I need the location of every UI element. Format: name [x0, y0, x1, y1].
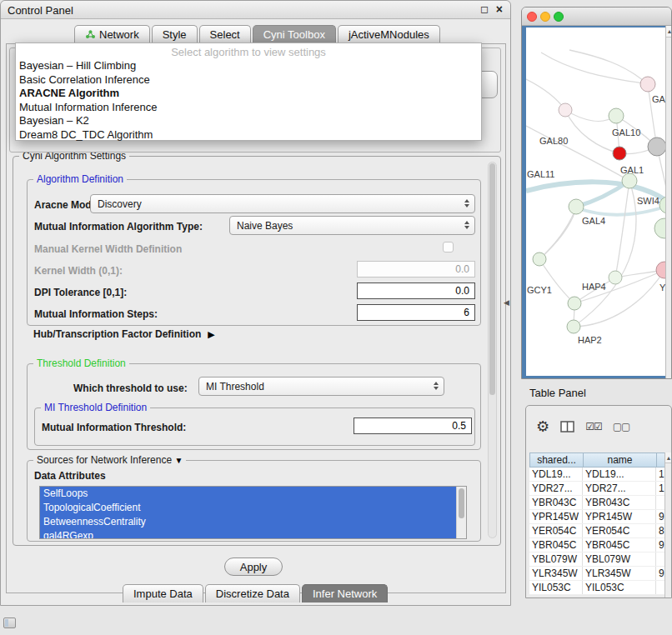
network-node[interactable] [568, 297, 581, 310]
network-node[interactable] [609, 108, 624, 123]
dropdown-placeholder: Select algorithm to view settings [16, 46, 481, 59]
network-node[interactable] [640, 77, 655, 92]
window-title: Control Panel [8, 4, 73, 17]
algorithm-option[interactable]: Mutual Information Inference [16, 101, 481, 115]
table-row[interactable]: YBL079WYBL079W [529, 552, 672, 567]
network-node[interactable] [569, 199, 584, 214]
algorithm-option[interactable]: Basic Correlation Inference [16, 73, 481, 88]
scroll-up-icon[interactable]: ▲ [666, 26, 672, 38]
table-row[interactable]: YDL19...YDL19...13 [529, 468, 672, 482]
mi-threshold-input[interactable] [354, 418, 472, 434]
deselect-all-columns-icon[interactable]: ▢▢ [613, 421, 630, 432]
which-threshold-select[interactable]: MI Threshold [198, 377, 444, 396]
network-node[interactable] [609, 271, 622, 284]
table-header-cell[interactable]: shared... [530, 453, 584, 467]
aracne-mode-value: Discovery [98, 198, 142, 210]
kernel-width-input [357, 261, 475, 278]
table-row[interactable]: YLR345WYLR345W9. [529, 567, 672, 581]
algorithm-option-selected[interactable]: ARACNE Algorithm [16, 87, 481, 101]
table-header-cell[interactable]: name [584, 453, 657, 467]
control-panel-tabs: Network Style Select Cyni Toolbox jActiv… [74, 25, 442, 43]
tab-jactivemnodules[interactable]: jActiveMNodules [338, 25, 440, 43]
list-scrollbar[interactable] [456, 487, 466, 538]
control-panel-titlebar[interactable]: Control Panel ◻ × [1, 1, 510, 19]
network-window-titlebar[interactable] [522, 8, 671, 26]
network-node[interactable] [622, 173, 637, 188]
sources-title[interactable]: Sources for Network Inference ▼ [33, 454, 186, 466]
scrollbar-thumb[interactable] [459, 488, 464, 518]
table-scrollbar[interactable]: ▲ [664, 452, 672, 598]
node-label: GAL4 [582, 216, 605, 226]
aracne-mode-select[interactable]: Discovery [90, 194, 475, 213]
network-edge[interactable] [526, 79, 565, 110]
table-cell: YBR045C [529, 538, 583, 552]
network-node[interactable] [533, 252, 546, 266]
close-traffic-light-icon[interactable] [527, 12, 537, 22]
network-edge[interactable] [541, 52, 648, 84]
float-window-icon[interactable]: ◻ [480, 3, 489, 15]
algorithm-option[interactable]: Bayesian – K2 [16, 114, 481, 128]
network-edge[interactable] [539, 259, 574, 303]
dropdown-arrows-icon [434, 382, 439, 390]
network-edge[interactable] [569, 50, 648, 84]
network-node[interactable] [559, 103, 572, 117]
algorithm-option[interactable]: Dream8 DC_TDC Algorithm [16, 128, 481, 142]
node-label: GAL10 [612, 128, 640, 138]
dpi-tolerance-input[interactable] [357, 282, 475, 299]
select-all-columns-icon[interactable]: ☑☑ [585, 421, 602, 432]
scrollbar-thumb[interactable] [489, 163, 495, 395]
network-canvas[interactable]: GAL80GAL10GAL11GAL1SWI4GAL4GCY1HAP4HAP2G… [526, 28, 665, 376]
mi-steps-input[interactable] [357, 304, 475, 321]
sources-title-label: Sources for Network Inference [37, 454, 172, 466]
tab-impute-data[interactable]: Impute Data [123, 584, 203, 602]
manual-kernel-checkbox[interactable] [443, 242, 454, 252]
table-panel-window: ⚙ ☑☑ ▢▢ shared...name YDL19...YDL19...13… [525, 405, 672, 598]
column-view-icon[interactable] [560, 421, 574, 432]
mi-type-label: Mutual Information Algorithm Type: [34, 221, 203, 232]
zoom-traffic-light-icon[interactable] [554, 12, 564, 22]
network-node[interactable] [654, 218, 665, 238]
network-edge[interactable] [539, 208, 576, 259]
mi-type-value: Naive Bayes [237, 220, 293, 232]
close-window-icon[interactable]: × [496, 2, 503, 16]
network-scrollbar[interactable]: ▲ [665, 26, 672, 379]
table-row[interactable]: YBR045CYBR045C9. [529, 538, 672, 552]
table-row[interactable]: YPR145WYPR145W9. [529, 510, 672, 524]
section-title: Algorithm Definition [33, 173, 127, 185]
attribute-item-selected[interactable]: gal4RGexp [40, 529, 456, 539]
gear-icon[interactable]: ⚙ [536, 418, 549, 436]
algorithm-option[interactable]: Bayesian – Hill Climbing [16, 59, 481, 73]
table-row[interactable]: YER054CYER054C8. [529, 524, 672, 538]
network-node[interactable] [567, 320, 580, 333]
scroll-up-icon[interactable]: ▲ [665, 452, 672, 463]
panel-collapse-icon[interactable]: ◀ [504, 298, 509, 307]
data-attributes-list[interactable]: SelfLoops TopologicalCoefficient Between… [39, 486, 467, 539]
attribute-item-selected[interactable]: BetweennessCentrality [40, 515, 456, 529]
tab-style[interactable]: Style [152, 25, 198, 43]
attribute-item-selected[interactable]: TopologicalCoefficient [40, 501, 456, 515]
tab-label: Infer Network [313, 588, 377, 600]
table-row[interactable]: YIL053CYIL053C [529, 581, 672, 595]
table-cell: YLR345W [529, 567, 583, 580]
tab-label: jActiveMNodules [349, 28, 429, 41]
minimized-panel-icon[interactable] [3, 618, 16, 628]
apply-button[interactable]: Apply [224, 558, 283, 576]
tab-label: Style [163, 28, 187, 41]
tab-infer-network[interactable]: Infer Network [302, 584, 388, 602]
tab-discretize-data[interactable]: Discretize Data [205, 584, 300, 602]
tab-cyni-toolbox[interactable]: Cyni Toolbox [253, 25, 336, 43]
network-node[interactable] [648, 138, 665, 156]
network-node[interactable] [613, 147, 626, 160]
table-row[interactable]: YDR27...YDR27...12 [529, 482, 672, 496]
network-edge[interactable] [576, 206, 665, 215]
mi-type-select[interactable]: Naive Bayes [229, 216, 475, 235]
attribute-item-selected[interactable]: SelfLoops [40, 487, 456, 501]
settings-scrollbar[interactable] [488, 162, 497, 538]
table-row[interactable]: YBR043CYBR043C [529, 496, 672, 510]
hub-definition-toggle[interactable]: Hub/Transcription Factor Definition ▶ [33, 328, 215, 340]
network-edge[interactable] [539, 208, 576, 259]
network-node[interactable] [656, 262, 665, 278]
tab-network[interactable]: Network [74, 25, 150, 43]
tab-select[interactable]: Select [199, 25, 251, 43]
minimize-traffic-light-icon[interactable] [540, 12, 550, 22]
